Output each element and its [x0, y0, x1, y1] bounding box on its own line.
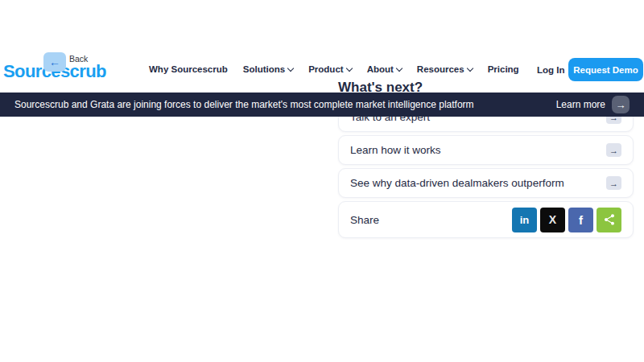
chevron-down-icon	[345, 64, 352, 71]
share-icon	[603, 213, 616, 226]
share-row: Share in X f	[338, 201, 634, 238]
nav-item-about[interactable]: About	[367, 64, 402, 74]
row-data-driven-dealmakers[interactable]: See why data-driven dealmakers outperfor…	[338, 168, 634, 198]
back-button-label: Back	[69, 54, 88, 64]
nav-item-why-sourcescrub[interactable]: Why Sourcescrub	[149, 64, 228, 74]
nav-item-solutions[interactable]: Solutions	[243, 64, 293, 74]
announcement-banner: Sourcescrub and Grata are joining forces…	[0, 93, 644, 117]
back-button[interactable]: ←	[43, 52, 66, 72]
announcement-text: Sourcescrub and Grata are joining forces…	[14, 99, 556, 110]
request-demo-button[interactable]: Request Demo	[568, 58, 643, 81]
row-label: Learn how it works	[350, 144, 441, 156]
x-share-button[interactable]: X	[540, 208, 565, 232]
row-label: See why data-driven dealmakers outperfor…	[350, 177, 564, 189]
chevron-down-icon	[287, 64, 294, 71]
main-nav: Why Sourcescrub Solutions Product About …	[149, 64, 519, 74]
nav-item-resources[interactable]: Resources	[417, 64, 473, 74]
login-link[interactable]: Log In	[537, 65, 565, 75]
share-alt-button[interactable]	[597, 208, 621, 232]
arrow-right-icon[interactable]: →	[612, 96, 630, 113]
chevron-down-icon	[396, 64, 402, 71]
row-learn-how-it-works[interactable]: Learn how it works →	[338, 135, 634, 165]
arrow-right-button[interactable]: →	[606, 143, 621, 157]
nav-item-pricing[interactable]: Pricing	[488, 64, 519, 74]
social-buttons: in X f	[512, 208, 621, 232]
nav-item-product[interactable]: Product	[308, 64, 351, 74]
facebook-share-button[interactable]: f	[568, 208, 593, 232]
share-label: Share	[350, 214, 379, 226]
linkedin-share-button[interactable]: in	[512, 208, 537, 232]
learn-more-link[interactable]: Learn more	[556, 99, 605, 110]
arrow-right-button[interactable]: →	[606, 176, 621, 190]
chevron-down-icon	[466, 64, 473, 71]
back-arrow-icon: ←	[49, 56, 60, 68]
